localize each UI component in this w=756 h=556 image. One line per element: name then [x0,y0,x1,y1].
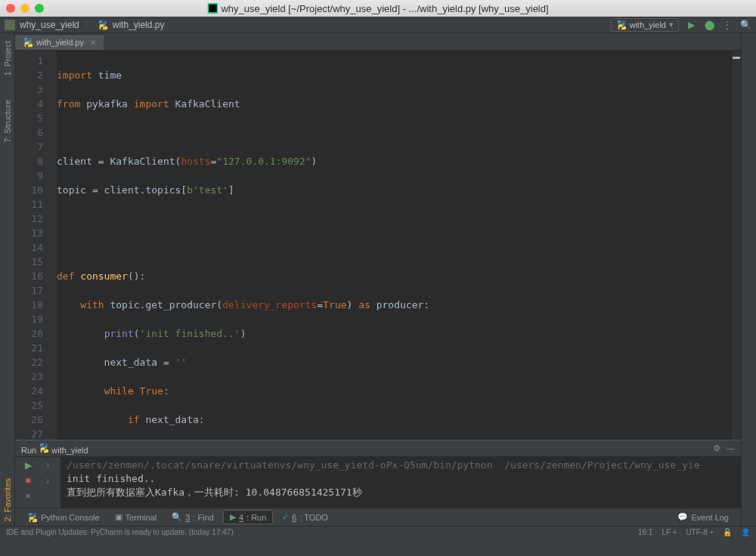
run-config-selector[interactable]: with_yield ▾ [611,18,679,32]
search-icon: 🔍 [172,512,182,522]
bottom-toolbar: Python Console ▣Terminal 🔍3: Find ▶4: Ru… [15,508,741,526]
terminal-icon: ▣ [115,512,122,522]
rerun-icon[interactable]: ▶ [25,460,32,471]
folder-icon [5,20,15,30]
tool-find[interactable]: 🔍3: Find [166,510,220,524]
python-icon [39,443,49,453]
python-icon [616,20,627,30]
more-icon[interactable]: ⋮ [721,19,733,31]
close-icon[interactable]: ✕ [90,39,96,47]
down-icon[interactable]: ↓ [45,475,50,486]
python-icon [98,20,108,30]
run-output[interactable]: /users/zenmen/.tocat/snare/virtuatenvs/w… [60,457,741,508]
code-content[interactable]: import time from pykafka import KafkaCli… [57,51,741,440]
pycharm-icon [207,3,218,14]
minimize-icon[interactable]: — [727,443,735,453]
python-icon [27,512,38,523]
stop-icon[interactable]: ■ [25,475,30,486]
line-gutter: 1234567891011121314151617181920212223242… [15,51,57,440]
run-toolbar: ▶ ■ » ↑ ↓ [15,457,60,508]
left-sidebar: 1: Project 7: Structure 2: Favorites [0,33,15,526]
python-icon [23,37,33,48]
zoom-window[interactable] [35,4,44,13]
expand-icon[interactable]: » [26,490,31,501]
line-ending[interactable]: LF ÷ [662,528,677,536]
status-message[interactable]: IDE and Plugin Updates: PyCharm is ready… [6,528,234,536]
play-icon: ▶ [230,512,236,522]
chevron-down-icon: ▾ [669,20,674,29]
tool-run[interactable]: ▶4: Run [223,510,273,524]
statusbar: IDE and Plugin Updates: PyCharm is ready… [0,526,756,538]
project-name: why_use_yield [20,20,79,30]
gear-icon[interactable]: ⚙ [713,443,720,453]
right-sidebar [741,33,756,526]
window-title: why_use_yield [~/Project/why_use_yield] … [207,3,548,14]
debug-icon[interactable]: ⬤ [703,19,715,31]
file-name: with_yield.py [113,20,165,30]
tool-project[interactable]: 1: Project [3,36,12,80]
encoding[interactable]: UTF-8 ÷ [686,528,714,536]
chat-icon: 💬 [677,512,688,522]
svg-rect-1 [209,5,217,13]
tool-python-console[interactable]: Python Console [21,510,106,524]
up-icon[interactable]: ↑ [45,460,50,471]
breadcrumb-sep: 〉 [84,18,93,31]
tool-todo[interactable]: ✓6: TODO [276,510,334,524]
tool-structure[interactable]: 7: Structure [3,95,12,147]
search-icon[interactable]: 🔍 [739,19,751,31]
titlebar: why_use_yield [~/Project/why_use_yield] … [0,0,756,17]
navbar: why_use_yield 〉 with_yield.py with_yield… [0,17,756,33]
caret-position[interactable]: 16:1 [638,528,652,536]
run-panel: Run with_yield ⚙ — ▶ ■ » ↑ ↓ [15,440,741,508]
tool-terminal[interactable]: ▣Terminal [109,510,163,524]
code-editor[interactable]: 1234567891011121314151617181920212223242… [15,51,741,440]
event-log[interactable]: 💬Event Log [671,511,735,524]
run-panel-title: Run with_yield [21,443,88,455]
minimize-window[interactable] [20,4,29,13]
editor-tabs: with_yield.py ✕ [15,33,741,51]
close-window[interactable] [6,4,15,13]
tab-with-yield[interactable]: with_yield.py ✕ [15,34,104,50]
lock-icon[interactable]: 🔓 [723,528,732,536]
breadcrumb[interactable]: why_use_yield 〉 with_yield.py [5,18,164,31]
todo-icon: ✓ [282,512,289,522]
run-icon[interactable]: ▶ [685,19,697,31]
tool-favorites[interactable]: 2: Favorites [3,474,12,526]
inspector-icon[interactable]: 👤 [741,528,750,536]
editor-scrollbar[interactable] [732,51,741,440]
